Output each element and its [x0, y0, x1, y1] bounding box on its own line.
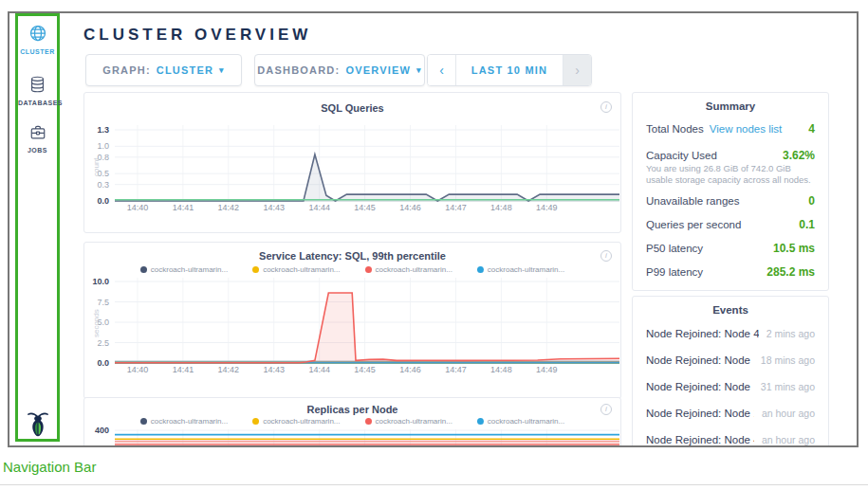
svg-text:14:47: 14:47	[445, 203, 467, 212]
summary-value: 10.5 ms	[773, 242, 815, 255]
event-time: 2 mins ago	[759, 328, 815, 339]
summary-value: 4	[808, 122, 815, 136]
admin-ui-window: CLUSTER DATABASES	[8, 11, 859, 447]
svg-text:2.5: 2.5	[97, 338, 109, 348]
sql-queries-chart: 0.00.30.50.81.01.314:4014:4114:4214:4314…	[84, 93, 620, 232]
event-row: Node Rejoined: Node 2 rej... 31 mins ago	[646, 381, 815, 392]
legend-dot-icon	[252, 418, 259, 425]
chart-title: Service Latency: SQL, 99th percentile	[84, 250, 620, 262]
briefcase-icon	[28, 123, 47, 141]
event-time: 18 mins ago	[753, 354, 815, 366]
svg-text:14:46: 14:46	[399, 365, 421, 374]
events-panel: Events Node Rejoined: Node 4 rej... 2 mi…	[632, 296, 829, 447]
svg-text:400: 400	[95, 426, 109, 435]
summary-row-p99-latency: P99 latency 285.2 ms	[646, 265, 815, 279]
svg-text:0.0: 0.0	[97, 358, 109, 368]
svg-text:14:48: 14:48	[490, 365, 512, 374]
time-next-button[interactable]: ›	[563, 55, 591, 85]
navigation-bar-highlight: CLUSTER DATABASES	[15, 13, 60, 442]
globe-icon	[28, 24, 47, 43]
sidebar-item-label: CLUSTER	[18, 48, 57, 55]
legend-item[interactable]: cockroach-ultramarin...	[365, 417, 452, 426]
svg-text:14:45: 14:45	[354, 203, 376, 212]
y-axis-unit: seconds	[92, 309, 101, 337]
sidebar-item-jobs[interactable]: JOBS	[18, 123, 57, 154]
dashboard-dropdown[interactable]: DASHBOARD: OVERVIEW ▾	[254, 54, 425, 86]
cockroachdb-logo[interactable]	[18, 410, 57, 441]
view-nodes-list-link[interactable]: View nodes list	[710, 123, 783, 135]
database-icon	[28, 75, 46, 94]
event-title: Node Rejoined: Node 3 rej...	[646, 354, 753, 366]
chart-title: Replicas per Node	[84, 404, 620, 415]
legend-label: cockroach-ultramarin...	[151, 417, 228, 426]
svg-text:0.0: 0.0	[97, 196, 109, 206]
summary-label: P99 latency	[646, 266, 703, 278]
svg-text:0.3: 0.3	[97, 180, 109, 190]
svg-text:10.0: 10.0	[92, 277, 109, 286]
svg-text:14:40: 14:40	[127, 365, 149, 374]
info-icon[interactable]: i	[600, 404, 612, 415]
svg-text:14:40: 14:40	[127, 203, 149, 212]
svg-text:1.0: 1.0	[97, 141, 109, 151]
summary-panel: Summary Total Nodes View nodes list 4 Ca…	[632, 92, 829, 291]
event-row: Node Rejoined: Node 3 rej... 18 mins ago	[646, 354, 815, 366]
dashboard-dropdown-value: OVERVIEW	[345, 64, 411, 76]
svg-text:14:49: 14:49	[536, 365, 558, 374]
dashboard-dropdown-label: DASHBOARD:	[257, 64, 340, 76]
legend-dot-icon	[140, 418, 147, 425]
svg-text:1.3: 1.3	[97, 125, 109, 135]
summary-row-p50-latency: P50 latency 10.5 ms	[646, 242, 815, 255]
legend-dot-icon	[140, 266, 147, 273]
event-title: Node Rejoined: Node 4 rej...	[646, 434, 754, 445]
svg-text:14:43: 14:43	[263, 203, 285, 212]
sidebar-item-databases[interactable]: DATABASES	[18, 75, 57, 106]
legend-label: cockroach-ultramarin...	[151, 265, 228, 274]
legend-item[interactable]: cockroach-ultramarin...	[477, 417, 564, 426]
legend-item[interactable]: cockroach-ultramarin...	[252, 417, 340, 426]
svg-text:7.5: 7.5	[97, 298, 109, 307]
svg-text:14:49: 14:49	[536, 203, 558, 212]
legend-label: cockroach-ultramarin...	[376, 265, 452, 274]
info-icon[interactable]: i	[600, 101, 612, 113]
svg-text:14:41: 14:41	[173, 365, 194, 374]
summary-value: 285.2 ms	[766, 265, 815, 279]
legend-item[interactable]: cockroach-ultramarin...	[252, 265, 340, 274]
summary-value: 3.62%	[783, 149, 815, 162]
svg-text:14:47: 14:47	[445, 365, 467, 374]
cockroach-bug-icon	[26, 410, 50, 437]
summary-label: Unavailable ranges	[646, 195, 739, 207]
svg-text:14:43: 14:43	[263, 365, 285, 374]
legend-item[interactable]: cockroach-ultramarin...	[477, 265, 564, 274]
summary-row-unavailable-ranges: Unavailable ranges 0	[646, 194, 815, 208]
event-title: Node Rejoined: Node 4 rej...	[646, 328, 759, 339]
chart-legend: cockroach-ultramarin...cockroach-ultrama…	[84, 265, 620, 274]
graph-dropdown[interactable]: GRAPH: CLUSTER ▾	[85, 54, 242, 86]
svg-text:14:41: 14:41	[173, 203, 194, 212]
event-row: Node Rejoined: Node 4 rej... 2 mins ago	[646, 328, 815, 339]
screenshot-page: CLUSTER DATABASES	[0, 0, 868, 490]
legend-item[interactable]: cockroach-ultramarin...	[365, 265, 452, 274]
annotation-label: Navigation Bar	[3, 459, 96, 475]
legend-dot-icon	[477, 266, 484, 273]
time-window-selector: ‹ LAST 10 MIN ›	[427, 54, 592, 86]
sidebar-item-cluster[interactable]: CLUSTER	[18, 24, 57, 55]
page-divider	[0, 484, 868, 485]
time-prev-button[interactable]: ‹	[428, 55, 456, 85]
event-title: Node Rejoined: Node 1 rej...	[646, 408, 754, 419]
summary-label: Total Nodes	[646, 123, 704, 135]
sidebar-item-label: DATABASES	[18, 100, 57, 106]
chart-legend: cockroach-ultramarin...cockroach-ultrama…	[84, 417, 620, 426]
summary-row-queries-per-second: Queries per second 0.1	[646, 218, 815, 231]
legend-label: cockroach-ultramarin...	[488, 417, 564, 426]
summary-row-total-nodes: Total Nodes View nodes list 4	[646, 122, 815, 136]
svg-text:14:46: 14:46	[399, 203, 421, 212]
time-window-label[interactable]: LAST 10 MIN	[456, 55, 563, 85]
legend-label: cockroach-ultramarin...	[488, 265, 564, 274]
info-icon[interactable]: i	[600, 250, 612, 262]
legend-dot-icon	[365, 266, 372, 273]
svg-text:14:42: 14:42	[218, 203, 240, 212]
svg-text:14:48: 14:48	[490, 203, 512, 212]
legend-item[interactable]: cockroach-ultramarin...	[140, 265, 228, 274]
legend-label: cockroach-ultramarin...	[263, 417, 340, 426]
legend-item[interactable]: cockroach-ultramarin...	[140, 417, 228, 426]
